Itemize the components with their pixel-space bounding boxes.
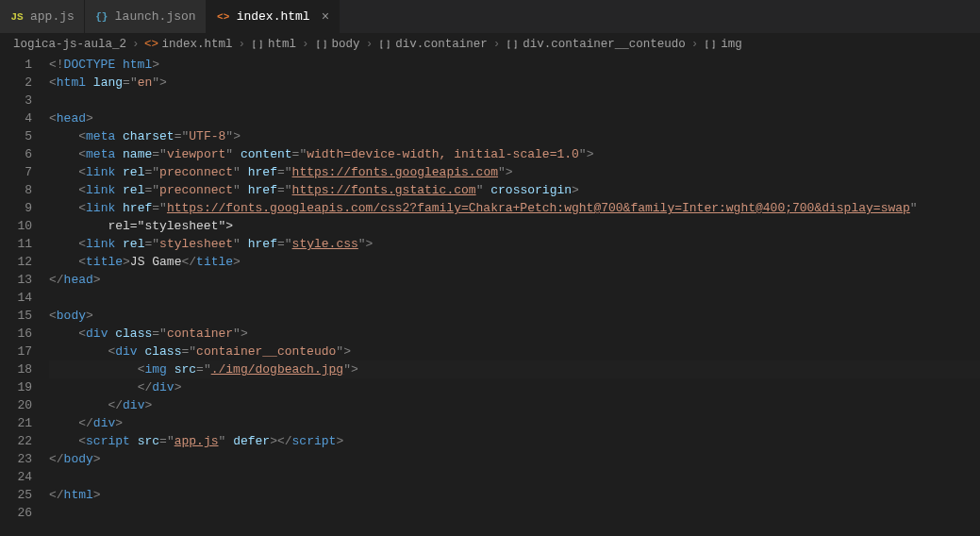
tab-label: launch.json	[115, 9, 196, 24]
code-line[interactable]: <link rel="preconnect" href="https://fon…	[49, 181, 980, 199]
code-line[interactable]: </html>	[49, 486, 980, 504]
code-line[interactable]: <meta name="viewport" content="width=dev…	[49, 145, 980, 163]
tab-index-html[interactable]: <> index.html ×	[207, 0, 340, 33]
breadcrumb[interactable]: logica-js-aula_2 › <> index.html › html …	[0, 33, 980, 56]
tab-label: index.html	[237, 9, 310, 24]
breadcrumb-item[interactable]: index.html	[162, 38, 233, 51]
code-line[interactable]: <meta charset="UTF-8">	[49, 127, 980, 145]
code-line[interactable]: <link rel="stylesheet" href="style.css">	[49, 235, 980, 253]
chevron-right-icon: ›	[237, 38, 248, 51]
code-line[interactable]: <div class="container">	[49, 325, 980, 343]
code-line[interactable]: rel="stylesheet">	[49, 217, 980, 235]
breadcrumb-item[interactable]: html	[268, 38, 296, 51]
code-line[interactable]: <script src="app.js" defer></script>	[49, 432, 980, 450]
breadcrumb-item[interactable]: img	[721, 38, 742, 51]
code-line[interactable]: <title>JS Game</title>	[49, 253, 980, 271]
code-line[interactable]: </div>	[49, 414, 980, 432]
tab-label: app.js	[30, 9, 75, 24]
code-line[interactable]	[49, 92, 980, 109]
tab-launch-json[interactable]: {} launch.json	[85, 0, 207, 33]
code-line[interactable]: </body>	[49, 450, 980, 468]
chevron-right-icon: ›	[300, 38, 311, 51]
code-line[interactable]: <img src="./img/dogbeach.jpg">	[49, 360, 980, 378]
code-line[interactable]	[49, 468, 980, 486]
breadcrumb-item[interactable]: body	[332, 38, 360, 51]
js-icon: JS	[9, 9, 25, 25]
code-line[interactable]: <link rel="preconnect" href="https://fon…	[49, 163, 980, 181]
brackets-icon	[704, 38, 717, 51]
code-line[interactable]: <link href="https://fonts.googleapis.com…	[49, 199, 980, 217]
breadcrumb-item[interactable]: div.container	[395, 38, 488, 51]
code-line[interactable]: </div>	[49, 396, 980, 414]
breadcrumb-item[interactable]: logica-js-aula_2	[13, 38, 126, 51]
code-line[interactable]	[49, 504, 980, 522]
code-editor[interactable]: 1234567891011121314151617181920212223242…	[0, 56, 980, 522]
code-line[interactable]: </div>	[49, 378, 980, 396]
tab-app-js[interactable]: JS app.js	[0, 0, 85, 33]
brackets-icon	[315, 38, 328, 51]
html-icon: <>	[216, 9, 231, 25]
code-line[interactable]: </head>	[49, 271, 980, 289]
code-line[interactable]: <head>	[49, 109, 980, 127]
brackets-icon	[251, 38, 264, 51]
code-line[interactable]: <body>	[49, 307, 980, 325]
brackets-icon	[378, 38, 391, 51]
chevron-right-icon: ›	[491, 38, 503, 51]
code-content[interactable]: <!DOCTYPE html><html lang="en"> <head> <…	[49, 56, 980, 522]
code-line[interactable]: <!DOCTYPE html>	[49, 56, 980, 74]
brackets-icon	[506, 38, 519, 51]
breadcrumb-item[interactable]: div.container__conteudo	[523, 38, 686, 51]
tab-bar: JS app.js {} launch.json <> index.html ×	[0, 0, 980, 33]
html-icon: <>	[145, 38, 158, 51]
line-gutter: 1234567891011121314151617181920212223242…	[0, 56, 49, 522]
chevron-right-icon: ›	[130, 38, 141, 51]
code-line[interactable]	[49, 289, 980, 307]
json-icon: {}	[94, 9, 109, 25]
code-line[interactable]: <div class="container__conteudo">	[49, 343, 980, 360]
chevron-right-icon: ›	[689, 38, 701, 51]
chevron-right-icon: ›	[364, 38, 375, 51]
close-icon[interactable]: ×	[322, 9, 329, 25]
code-line[interactable]: <html lang="en">	[49, 74, 980, 92]
